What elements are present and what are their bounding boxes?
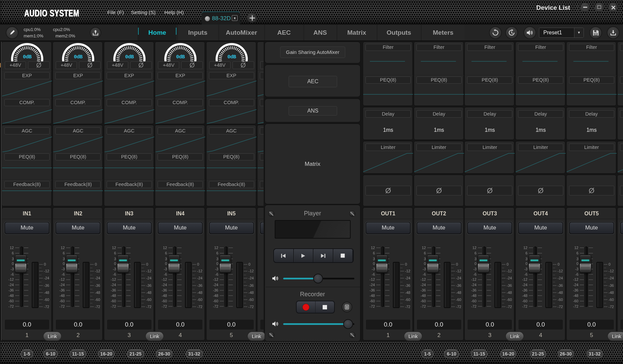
- svg-text:-60: -60: [146, 298, 152, 302]
- svg-text:-3: -3: [524, 267, 527, 271]
- svg-text:6: 6: [475, 251, 477, 255]
- svg-text:3: 3: [63, 257, 65, 261]
- svg-text:0dB: 0dB: [227, 54, 236, 60]
- svg-text:-72: -72: [456, 305, 461, 309]
- svg-text:-24: -24: [573, 283, 578, 287]
- svg-text:-36: -36: [213, 288, 218, 292]
- svg-text:-12: -12: [471, 277, 477, 281]
- svg-text:-36: -36: [421, 288, 426, 292]
- svg-text:-60: -60: [44, 298, 49, 302]
- svg-text:-72: -72: [405, 305, 410, 309]
- svg-text:-36: -36: [146, 283, 152, 287]
- svg-text:-72: -72: [522, 304, 527, 308]
- svg-text:12: 12: [10, 246, 14, 250]
- svg-text:-3: -3: [215, 267, 218, 271]
- svg-text:6: 6: [216, 251, 218, 255]
- svg-text:-48: -48: [197, 291, 202, 295]
- svg-text:-3: -3: [62, 267, 65, 271]
- svg-text:-60: -60: [558, 298, 563, 302]
- svg-text:0: 0: [44, 262, 46, 266]
- svg-text:-6: -6: [575, 272, 578, 276]
- svg-text:-12: -12: [8, 277, 14, 281]
- svg-text:-12: -12: [197, 269, 202, 273]
- svg-text:-6: -6: [524, 272, 527, 276]
- svg-text:-3: -3: [473, 267, 477, 271]
- svg-text:0: 0: [12, 262, 14, 266]
- svg-text:-24: -24: [146, 276, 152, 280]
- svg-text:-12: -12: [44, 269, 49, 273]
- svg-text:6: 6: [63, 251, 65, 255]
- svg-text:0: 0: [525, 262, 527, 266]
- svg-text:-72: -72: [573, 304, 578, 308]
- svg-text:12: 12: [472, 246, 477, 250]
- svg-text:0dB: 0dB: [176, 54, 185, 60]
- svg-text:-36: -36: [405, 283, 410, 287]
- svg-text:-3: -3: [423, 267, 426, 271]
- svg-text:0: 0: [424, 262, 426, 266]
- svg-text:-36: -36: [248, 283, 254, 287]
- svg-text:-36: -36: [608, 283, 614, 287]
- svg-text:-24: -24: [248, 276, 254, 280]
- svg-text:-24: -24: [44, 276, 49, 280]
- svg-text:-60: -60: [573, 299, 578, 303]
- svg-text:-48: -48: [95, 291, 100, 295]
- svg-text:-24: -24: [608, 276, 614, 280]
- svg-text:-72: -72: [162, 304, 167, 308]
- svg-text:-72: -72: [44, 305, 49, 309]
- svg-text:0: 0: [146, 262, 148, 266]
- svg-text:-12: -12: [558, 269, 563, 273]
- svg-text:-36: -36: [162, 288, 167, 292]
- svg-text:-12: -12: [59, 277, 65, 281]
- svg-text:-72: -72: [370, 304, 375, 308]
- svg-text:-60: -60: [405, 298, 410, 302]
- svg-text:0: 0: [197, 262, 199, 266]
- svg-text:-6: -6: [372, 272, 375, 276]
- svg-text:-24: -24: [471, 283, 477, 287]
- svg-text:-72: -72: [146, 305, 152, 309]
- svg-text:-24: -24: [111, 283, 116, 287]
- svg-text:3: 3: [216, 257, 218, 261]
- svg-text:3: 3: [525, 257, 527, 261]
- svg-text:0: 0: [216, 262, 218, 266]
- svg-text:-12: -12: [608, 269, 614, 273]
- svg-text:-6: -6: [423, 272, 426, 276]
- svg-text:-48: -48: [111, 294, 116, 298]
- svg-text:-12: -12: [573, 277, 578, 281]
- svg-text:-3: -3: [10, 267, 14, 271]
- svg-text:-36: -36: [558, 283, 563, 287]
- svg-text:6: 6: [576, 251, 578, 255]
- svg-text:-60: -60: [370, 299, 375, 303]
- svg-text:-24: -24: [162, 283, 167, 287]
- svg-text:-48: -48: [507, 291, 512, 295]
- svg-text:-48: -48: [421, 294, 426, 298]
- svg-text:12: 12: [574, 246, 578, 250]
- svg-text:3: 3: [373, 257, 375, 261]
- svg-text:3: 3: [165, 257, 167, 261]
- svg-text:-12: -12: [162, 277, 167, 281]
- svg-text:-60: -60: [507, 298, 512, 302]
- svg-text:12: 12: [163, 246, 167, 250]
- svg-text:-24: -24: [558, 276, 563, 280]
- svg-text:0: 0: [507, 262, 509, 266]
- svg-text:0: 0: [248, 262, 250, 266]
- svg-text:-36: -36: [8, 288, 14, 292]
- svg-text:6: 6: [165, 251, 167, 255]
- svg-text:-36: -36: [111, 288, 116, 292]
- svg-text:-36: -36: [197, 283, 202, 287]
- svg-text:-48: -48: [405, 291, 410, 295]
- svg-text:-6: -6: [473, 272, 477, 276]
- svg-text:0dB: 0dB: [23, 54, 32, 60]
- svg-text:-72: -72: [507, 305, 512, 309]
- svg-text:-24: -24: [59, 283, 65, 287]
- svg-text:-60: -60: [95, 298, 100, 302]
- svg-text:-12: -12: [522, 277, 527, 281]
- svg-text:-6: -6: [10, 272, 14, 276]
- svg-text:-6: -6: [164, 272, 167, 276]
- svg-text:-60: -60: [471, 299, 477, 303]
- svg-text:-3: -3: [113, 267, 116, 271]
- svg-text:-12: -12: [405, 269, 410, 273]
- svg-text:-24: -24: [507, 276, 512, 280]
- svg-text:-72: -72: [558, 305, 563, 309]
- svg-text:-36: -36: [59, 288, 65, 292]
- svg-text:-24: -24: [405, 276, 410, 280]
